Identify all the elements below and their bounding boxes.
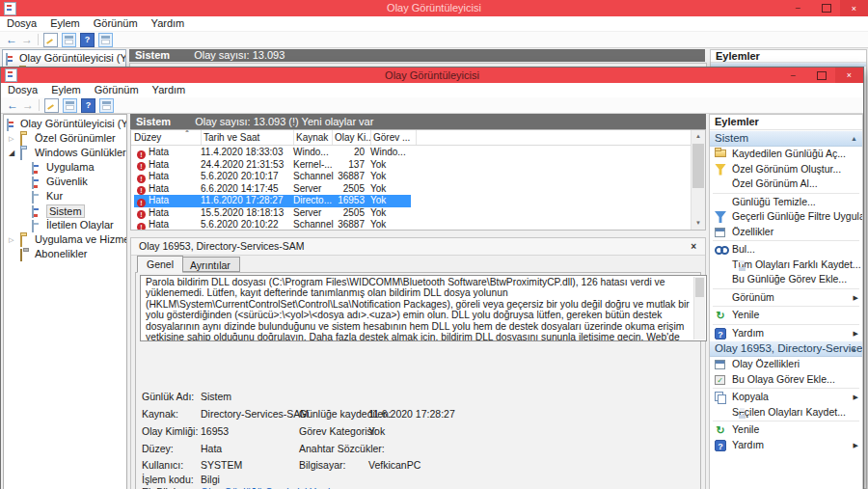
show-action-pane-icon[interactable]	[99, 98, 114, 113]
help-icon[interactable]: ?	[80, 33, 95, 47]
tree-item-i-letilen-olaylar[interactable]: İletilen Olaylar	[4, 218, 126, 232]
snap-in-icon[interactable]	[44, 98, 59, 113]
action-yard-m[interactable]: ?Yardım▶	[710, 326, 862, 341]
actions-section-header-sistem[interactable]: Sistem▲	[710, 130, 862, 147]
menu-g-r-n-m[interactable]: Görünüm	[88, 83, 146, 97]
toolbar-separator	[39, 99, 40, 111]
action-t-m-olaylar-farkl-kaydet[interactable]: Tüm Olayları Farklı Kaydet...	[710, 258, 862, 273]
menu-yard-m[interactable]: Yardım	[146, 83, 193, 97]
back-icon[interactable]: ←	[5, 98, 20, 112]
close-button[interactable]: ×	[840, 0, 868, 16]
tree-item-label: Güvenlik	[46, 175, 88, 189]
column-header-event-id[interactable]: Olay Ki...	[332, 130, 371, 145]
cell-event-id: 2505	[326, 207, 365, 220]
tab-general[interactable]: Genel	[137, 256, 183, 273]
tree-expanded-arrow-icon[interactable]: ◢	[9, 146, 14, 160]
tree-item-zel-g-r-n-mler[interactable]: ▷Özel Görünümler	[4, 131, 126, 146]
menu-eylem[interactable]: Eylem	[43, 16, 87, 31]
tree-collapsed-arrow-icon[interactable]: ▷	[9, 232, 14, 247]
cell-event-id: 2505	[326, 183, 365, 196]
tree-item-g-venlik[interactable]: Güvenlik	[4, 175, 126, 189]
action-bu-olaya-g-rev-ekle[interactable]: ✓Bu Olaya Görev Ekle...	[710, 372, 862, 388]
cell-level: Hata	[149, 219, 169, 231]
collapse-icon[interactable]: ▲	[851, 341, 857, 356]
field-value: 11.6.2020 17:28:27	[368, 408, 455, 421]
column-header-source[interactable]: Kaynak	[293, 130, 333, 145]
table-row[interactable]: !Hata11.6.2020 17:28:27Directo...16953Yo…	[134, 195, 411, 207]
tree-item-root[interactable]: Olay Görüntüleyicisi (Yerel)	[4, 117, 126, 131]
window-title: Olay Görüntüleyicisi	[0, 0, 868, 16]
table-row[interactable]: !Hata24.4.2020 21:31:53Kernel-...137Yok	[134, 159, 411, 172]
titlebar[interactable]: Olay Görüntüleyicisi − ×	[1, 68, 863, 83]
scroll-up-icon[interactable]: ▲	[692, 130, 705, 143]
close-button[interactable]: ×	[835, 68, 863, 83]
show-action-pane-icon[interactable]	[98, 33, 113, 47]
show-console-tree-icon[interactable]	[63, 98, 77, 113]
filter-yellow-icon	[715, 164, 726, 176]
menu-dosya[interactable]: Dosya	[1, 83, 44, 97]
column-header-level[interactable]: Düzey	[131, 130, 202, 145]
scrollbar-thumb[interactable]	[692, 144, 704, 188]
table-row[interactable]: !Hata15.5.2020 18:18:13Server2505Yok	[134, 207, 411, 220]
action-bu-g-nl-e-g-rev-ekle[interactable]: Bu Günlüğe Görev Ekle...	[710, 272, 862, 287]
window-title: Olay Görüntüleyicisi	[1, 68, 863, 83]
task-icon: ✓	[715, 375, 725, 385]
event-list-scrollbar[interactable]: ▲ ▼	[691, 130, 705, 230]
action-zel-g-r-n-m-al[interactable]: Özel Görünüm Al...	[710, 177, 862, 192]
minimize-button[interactable]: −	[779, 68, 807, 83]
table-row[interactable]: !Hata6.6.2020 14:17:45Server2505Yok	[134, 183, 411, 196]
action-g-r-n-m[interactable]: Görünüm▶	[710, 290, 862, 306]
help-icon[interactable]: ?	[81, 98, 95, 113]
minimize-button[interactable]: −	[784, 0, 812, 16]
maximize-button[interactable]	[812, 0, 840, 16]
forward-icon[interactable]: →	[19, 33, 35, 46]
submenu-arrow-icon: ▶	[854, 326, 858, 341]
table-row[interactable]: !Hata5.6.2020 20:10:22Schannel36887Yok	[134, 219, 411, 231]
table-row[interactable]: !Hata11.4.2020 18:33:03Windo...20Windo..…	[134, 147, 411, 159]
action-bul[interactable]: Bul...	[710, 242, 862, 258]
action-yenile[interactable]: ↻Yenile	[710, 422, 862, 438]
action-zel-g-r-n-m-olu-tur[interactable]: Özel Görünüm Oluştur...	[710, 162, 862, 177]
action-kopyala[interactable]: Kopyala▶	[710, 390, 862, 405]
cell-level: Hata	[149, 159, 169, 172]
tree-item-uygulama-ve-hizmet-g-nl-k[interactable]: ▷Uygulama ve Hizmet Günlük	[4, 232, 126, 247]
action-yard-m[interactable]: ?Yardım▶	[710, 438, 862, 453]
tree-item-kur[interactable]: Kur	[4, 189, 126, 204]
field-value: Yok	[368, 425, 385, 438]
background-titlebar[interactable]: Olay Görüntüleyicisi − ×	[0, 0, 868, 16]
show-console-tree-icon[interactable]	[62, 33, 76, 47]
menu-eylem[interactable]: Eylem	[44, 83, 88, 97]
action-se-ilen-olaylar-kaydet[interactable]: Seçilen Olayları Kaydet...	[710, 405, 862, 421]
action-label: Günlüğü Temizle...	[732, 196, 816, 207]
snap-in-icon[interactable]	[43, 33, 58, 47]
action-yenile[interactable]: ↻Yenile	[710, 308, 862, 323]
collapse-icon[interactable]: ▲	[851, 131, 857, 146]
column-header-datetime[interactable]: Tarih ve Saat	[201, 130, 294, 145]
folder-icon	[20, 234, 22, 247]
menu-dosya[interactable]: Dosya	[0, 16, 43, 31]
action-g-nl-temizle[interactable]: Günlüğü Temizle...	[710, 195, 862, 210]
tree-item-root[interactable]: Olay Görüntüleyicisi (Yerel)	[3, 51, 125, 66]
maximize-button[interactable]	[807, 68, 835, 83]
tree-item-abonelikler[interactable]: Abonelikler	[4, 247, 126, 261]
event-viewer-icon	[6, 53, 8, 66]
menu-g-r-n-m[interactable]: Görünüm	[87, 16, 145, 31]
action-zellikler[interactable]: Özellikler	[710, 225, 862, 240]
actions-section-header-olay-16953-directory-services[interactable]: Olay 16953, Directory-Services-...▲	[710, 340, 862, 357]
tree-item-windows-g-nl-kleri[interactable]: ◢Windows Günlükleri	[4, 146, 126, 160]
table-row[interactable]: !Hata5.6.2020 20:10:17Schannel36887Yok	[134, 171, 411, 183]
tree-item-sistem[interactable]: Sistem	[4, 204, 126, 218]
forward-icon[interactable]: →	[20, 98, 36, 112]
column-header-task[interactable]: Görev ...	[370, 130, 417, 145]
tree-collapsed-arrow-icon[interactable]: ▷	[9, 131, 14, 146]
scroll-down-icon[interactable]: ▼	[692, 217, 705, 230]
action-olay-zellikleri[interactable]: Olay Özellikleri	[710, 357, 862, 372]
action-label: Özel Görünüm Oluştur...	[732, 163, 841, 175]
action-ge-erli-g-nl-e-filtre-uygula[interactable]: Geçerli Günlüğe Filtre Uygula...	[710, 209, 862, 225]
action-kaydedilen-g-nl-a[interactable]: Kaydedilen Günlüğü Aç...	[710, 147, 862, 162]
field-label: Bilgisayar:	[299, 459, 345, 472]
tree-item-uygulama[interactable]: Uygulama	[4, 160, 126, 175]
separator	[713, 240, 859, 241]
back-icon[interactable]: ←	[4, 33, 19, 46]
menu-yard-m[interactable]: Yardım	[145, 16, 192, 31]
